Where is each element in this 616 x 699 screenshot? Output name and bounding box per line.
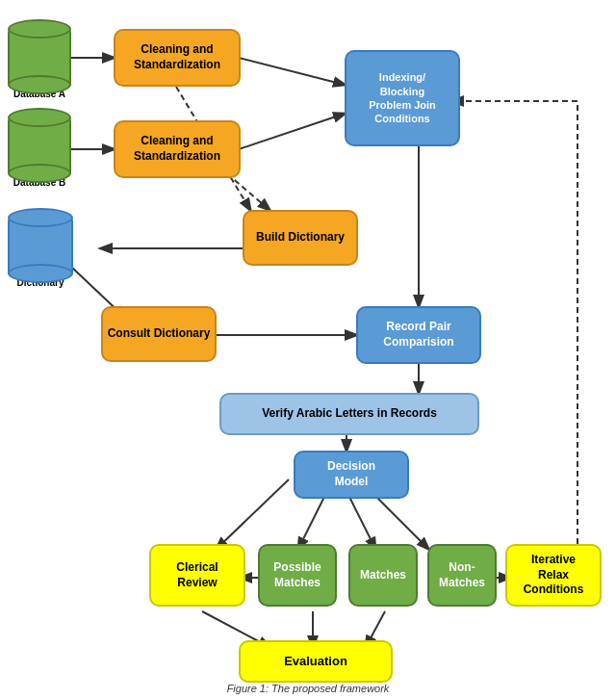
record-pair-box: Record Pair Comparision [356,306,481,364]
flowchart-diagram: Database A Database B Dictionary Cleanin… [0,0,616,699]
svg-line-2 [239,58,345,85]
svg-line-7 [217,479,289,549]
cleaning1-box: Cleaning and Standardization [114,29,241,87]
database-b-cylinder: Database B [8,116,71,188]
svg-line-3 [239,114,345,149]
cleaning2-box: Cleaning and Standardization [114,120,241,178]
matches-box: Matches [348,544,418,607]
database-a-cylinder: Database A [8,27,71,99]
svg-line-9 [346,491,375,549]
verify-box: Verify Arabic Letters in Records [219,393,479,435]
possible-box: Possible Matches [258,544,337,607]
build-dict-box: Build Dictionary [243,210,358,266]
figure-caption: Figure 1: The proposed framework [0,683,616,694]
clerical-box: Clerical Review [149,544,245,607]
dictionary-cylinder: Dictionary [8,216,73,288]
non-matches-box: Non- Matches [427,544,497,607]
svg-line-8 [298,491,327,549]
indexing-box: Indexing/ Blocking Problem Join Conditio… [345,50,460,146]
decision-box: Decision Model [294,451,409,499]
consult-dict-box: Consult Dictionary [101,306,217,362]
evaluation-box: Evaluation [239,640,393,683]
iterative-box: Iterative Relax Conditions [505,544,602,607]
